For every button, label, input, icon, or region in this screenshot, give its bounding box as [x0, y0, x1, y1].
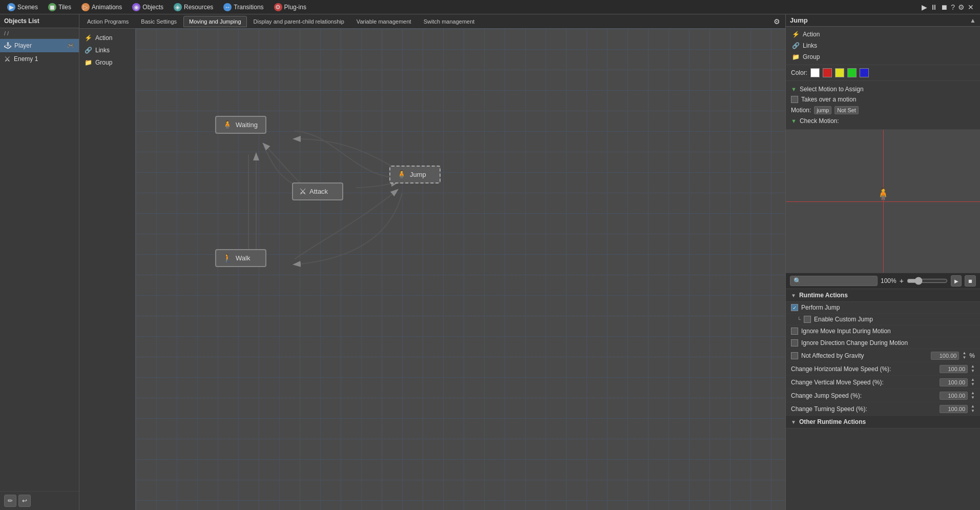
play-button[interactable]: ▶ [922, 3, 927, 11]
preview-zoom-slider[interactable] [907, 277, 948, 285]
color-swatch-blue[interactable] [860, 68, 869, 77]
horiz-up-arrow[interactable]: ▲ [971, 364, 975, 369]
menu-item-animations[interactable]: ▷ Animations [76, 0, 127, 14]
undo-btn[interactable]: ↩ [18, 495, 31, 507]
gravity-up-arrow[interactable]: ▲ [962, 351, 966, 355]
side-tab-action[interactable]: ⚡ Action [786, 29, 980, 40]
side-panel-tabs: ⚡ Action 🔗 Links 📁 Group [786, 27, 980, 65]
select-motion-arrow: ▼ [791, 86, 797, 92]
player-icon: 🕹 [4, 42, 11, 50]
motion-settings-section: ▼ Select Motion to Assign Takes over a m… [786, 81, 980, 130]
change-turning-speed-label: Change Turning Speed (%): [791, 405, 936, 413]
takes-over-row: Takes over a motion [791, 94, 975, 105]
perform-jump-checkbox[interactable]: ✓ [791, 304, 798, 311]
takes-over-checkbox[interactable] [791, 96, 798, 103]
select-motion-label: Select Motion to Assign [800, 86, 864, 93]
runtime-arrow-icon: ▼ [791, 293, 796, 298]
gravity-down-arrow[interactable]: ▼ [962, 356, 966, 360]
vert-down-arrow[interactable]: ▼ [971, 382, 975, 386]
preview-zoom-plus-icon[interactable]: + [900, 277, 904, 285]
enable-custom-jump-checkbox[interactable] [804, 316, 811, 323]
menu-label-plugins: Plug-ins [284, 4, 306, 11]
menu-item-plugins[interactable]: ⚙ Plug-ins [269, 0, 311, 14]
mid-panel-action[interactable]: ⚡ Action [79, 32, 135, 44]
other-runtime-actions-header[interactable]: ▼ Other Runtime Actions [786, 416, 980, 429]
close-button[interactable]: ✕ [968, 3, 974, 11]
ignore-direction-change-label: Ignore Direction Change During Motion [801, 339, 975, 346]
color-swatch-yellow[interactable] [835, 68, 844, 77]
node-waiting[interactable]: 🧍 Waiting [215, 116, 266, 134]
ignore-move-input-checkbox[interactable] [791, 328, 798, 335]
node-walk[interactable]: 🚶 Walk [215, 249, 266, 267]
preview-play-btn[interactable]: ▶ [951, 275, 962, 287]
preview-stop-btn[interactable]: ⏹ [965, 275, 976, 287]
center-area: Action Programs Basic Settings Moving an… [79, 14, 785, 510]
select-motion-row: ▼ Select Motion to Assign [791, 84, 975, 94]
tab-variable-mgmt[interactable]: Variable management [351, 16, 417, 27]
turning-down-arrow[interactable]: ▼ [971, 409, 975, 413]
change-vertical-speed-row: Change Vertical Move Speed (%): 100.00 ▲… [786, 376, 980, 389]
turning-up-arrow[interactable]: ▲ [971, 404, 975, 409]
tab-settings-icon[interactable]: ⚙ [770, 17, 783, 26]
check-motion-row: ▼ Check Motion: [791, 116, 975, 126]
tab-action-programs[interactable]: Action Programs [81, 16, 134, 27]
waiting-label: Waiting [236, 121, 258, 129]
object-item-enemy1[interactable]: ⚔ Enemy 1 [0, 52, 79, 66]
object-item-player[interactable]: 🕹 Player 🎮 [0, 39, 79, 52]
jump-up-arrow[interactable]: ▲ [971, 391, 975, 395]
jump-down-arrow[interactable]: ▼ [971, 396, 975, 400]
pause-button[interactable]: ⏸ [930, 3, 937, 11]
canvas-area[interactable]: 🧍 Waiting ⚔ Attack 🧍 Jump [136, 29, 785, 510]
motion-not-set-dropdown[interactable]: Not Set [835, 106, 859, 114]
settings-button[interactable]: ⚙ [958, 3, 965, 11]
preview-search-input[interactable] [803, 278, 874, 284]
not-affected-gravity-row: Not Affected by Gravity 100.00 ▲ ▼ % [786, 349, 980, 362]
menu-item-transitions[interactable]: ↔ Transitions [218, 0, 268, 14]
ignore-move-input-label: Ignore Move Input During Motion [801, 328, 975, 335]
help-button[interactable]: ? [951, 3, 955, 11]
pencil-btn[interactable]: ✏ [4, 495, 16, 507]
tab-switch-mgmt[interactable]: Switch management [418, 16, 481, 27]
stop-button[interactable]: ⏹ [941, 3, 948, 11]
path-label: / / [4, 30, 9, 36]
tab-display[interactable]: Display and parent-child relationship [248, 16, 350, 27]
ignore-direction-change-checkbox[interactable] [791, 339, 798, 346]
mid-panel-links[interactable]: 🔗 Links [79, 44, 135, 56]
tab-moving-jumping[interactable]: Moving and Jumping [183, 16, 247, 27]
menu-item-objects[interactable]: ◉ Objects [127, 0, 169, 14]
node-attack[interactable]: ⚔ Attack [292, 182, 343, 200]
menu-item-tiles[interactable]: ◼ Tiles [43, 0, 76, 14]
node-jump[interactable]: 🧍 Jump [389, 166, 441, 183]
horizontal-speed-arrows: ▲ ▼ [971, 364, 975, 373]
motion-label: Motion: [791, 107, 811, 114]
runtime-actions-header[interactable]: ▼ Runtime Actions [786, 289, 980, 302]
color-swatch-red[interactable] [823, 68, 832, 77]
color-swatch-white[interactable] [810, 68, 820, 77]
menu-label-scenes: Scenes [17, 4, 38, 11]
arrows-svg [136, 29, 785, 510]
other-runtime-actions-label: Other Runtime Actions [799, 418, 866, 425]
menu-item-resources[interactable]: ◈ Resources [169, 0, 218, 14]
motion-dropdown[interactable]: jump [814, 106, 831, 114]
not-affected-gravity-checkbox[interactable] [791, 352, 798, 359]
mid-panel-group[interactable]: 📁 Group [79, 56, 135, 69]
preview-controls: 🔍 100% + ▶ ⏹ [786, 273, 980, 289]
color-swatch-green[interactable] [847, 68, 857, 77]
scenes-icon: ▶ [7, 3, 15, 11]
runtime-section: ▼ Runtime Actions ✓ Perform Jump └ Enabl… [786, 289, 980, 510]
tab-basic-settings[interactable]: Basic Settings [135, 16, 182, 27]
vert-up-arrow[interactable]: ▲ [971, 378, 975, 382]
vertical-speed-value: 100.00 [940, 378, 968, 386]
enable-custom-jump-label: Enable Custom Jump [814, 316, 975, 323]
tiles-icon: ◼ [48, 3, 56, 11]
side-tab-links[interactable]: 🔗 Links [786, 40, 980, 51]
gravity-arrows: ▲ ▼ [962, 351, 966, 360]
left-panel-path: / / [0, 28, 79, 39]
objects-list-title: Objects List [4, 17, 39, 25]
side-tab-group[interactable]: 📁 Group [786, 51, 980, 63]
horiz-down-arrow[interactable]: ▼ [971, 369, 975, 373]
menu-label-objects: Objects [142, 4, 163, 11]
preview-sprite: 🧍 [875, 187, 891, 201]
menu-item-scenes[interactable]: ▶ Scenes [2, 0, 43, 14]
right-panel-collapse-btn[interactable]: ▲ [970, 17, 976, 24]
